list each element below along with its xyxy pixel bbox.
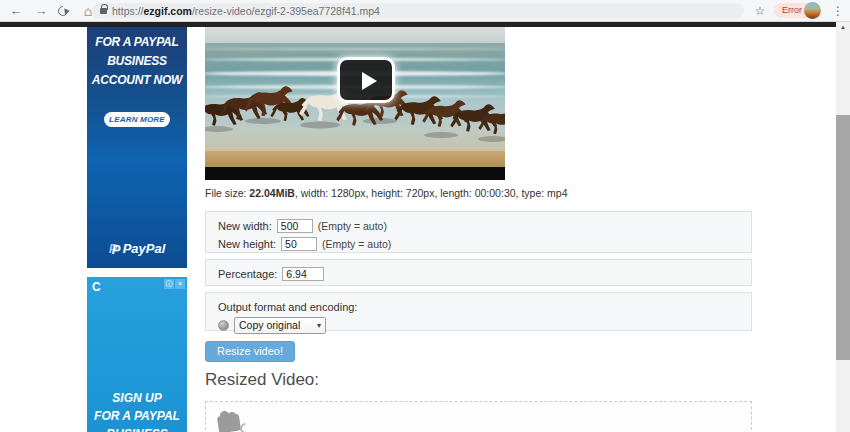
criteo-logo: C [92,280,101,294]
processing-camera-icon [218,411,254,432]
ad-headline-line: ACCOUNT NOW [87,71,187,90]
video-letterbox-bar [205,167,505,180]
width-input[interactable] [277,219,313,233]
paypal-logo: PPPayPal [87,241,187,256]
result-placeholder-box [205,401,752,432]
format-select[interactable]: Copy original ▾ [234,317,326,334]
lock-icon[interactable] [100,8,107,14]
encoding-options-icon[interactable] [218,320,229,331]
scrollbar-up-icon[interactable]: ▲ [836,24,850,30]
learn-more-button[interactable]: LEARN MORE [104,112,170,127]
width-hint: (Empty = auto) [318,220,387,232]
url-domain: ezgif.com [144,5,192,17]
horses-illustration [205,27,505,180]
file-info-details: , width: 1280px, height: 720px, length: … [295,187,568,199]
reload-icon[interactable] [56,4,70,18]
resize-dimensions-panel: New width: (Empty = auto) New height: (E… [205,211,752,253]
bookmark-star-icon[interactable]: ☆ [750,0,770,22]
paypal-ad[interactable]: FOR A PAYPAL BUSINESS ACCOUNT NOW LEARN … [87,27,187,268]
url-path: /resize-video/ezgif-2-395ea7728f41.mp4 [192,5,380,17]
format-select-value: Copy original [239,319,300,331]
url-text: https://ezgif.com/resize-video/ezgif-2-3… [112,3,380,19]
back-icon[interactable]: ← [6,0,26,22]
play-icon [362,72,377,90]
ad-headline-line: FOR A PAYPAL [87,33,187,52]
resized-video-heading: Resized Video: [205,370,319,390]
play-button[interactable] [337,57,395,103]
browser-menu-icon[interactable]: ⋮ [828,0,848,22]
scrollbar-thumb[interactable] [836,115,850,360]
height-input[interactable] [281,237,317,251]
ad-headline: FOR A PAYPAL BUSINESS ACCOUNT NOW [87,33,187,90]
paypal-ad-2[interactable]: C ⓘ × SIGN UP FOR A PAYPAL BUSINESS [87,277,187,432]
ad-headline-line: BUSINESS [87,425,187,432]
paypal-brand-text: PayPal [123,241,166,256]
file-size-value: 22.04MiB [249,187,295,199]
ad-headline-line: BUSINESS [87,52,187,71]
resize-video-button[interactable]: Resize video! [205,341,295,362]
browser-toolbar: ← → ⌂ https://ezgif.com/resize-video/ezg… [0,0,850,22]
url-scheme: https:// [112,5,144,17]
height-hint: (Empty = auto) [322,238,391,250]
output-format-label: Output format and encoding: [218,301,357,313]
profile-avatar[interactable] [804,2,821,19]
ad-headline: SIGN UP FOR A PAYPAL BUSINESS [87,389,187,432]
ad-headline-line: FOR A PAYPAL [87,407,187,425]
address-bar[interactable]: https://ezgif.com/resize-video/ezgif-2-3… [92,3,744,19]
file-info: File size: 22.04MiB, width: 1280px, heig… [205,187,685,199]
percentage-label: Percentage: [218,268,277,280]
percentage-panel: Percentage: [205,259,752,286]
adchoices-icon[interactable]: ⓘ [164,279,174,289]
paypal-logo-icon: PP [109,241,121,255]
forward-icon[interactable]: → [31,0,51,22]
output-format-panel: Output format and encoding: Copy origina… [205,292,752,331]
file-info-label: File size: [205,187,246,199]
scrollbar[interactable]: ▲ [836,22,850,432]
height-label: New height: [218,238,276,250]
video-player[interactable] [205,27,505,180]
chevron-down-icon: ▾ [317,321,321,330]
percentage-input[interactable] [282,267,324,281]
ad-close-icon[interactable]: × [175,279,185,289]
ad-headline-line: SIGN UP [87,389,187,407]
width-label: New width: [218,220,272,232]
